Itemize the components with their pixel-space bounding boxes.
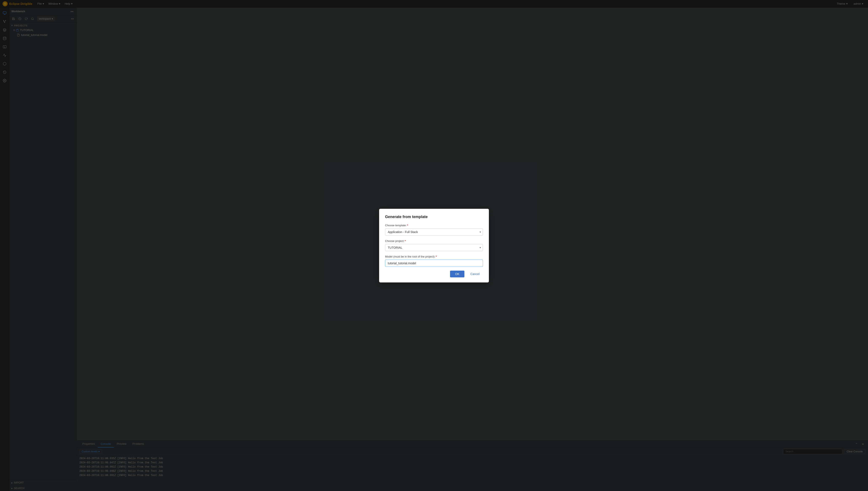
required-indicator: * [405, 239, 406, 243]
model-input[interactable] [385, 260, 483, 267]
template-select[interactable]: Application - Full Stack [385, 228, 483, 236]
template-select-wrapper: Application - Full Stack ▾ [385, 228, 483, 236]
project-label: Choose project: * [385, 239, 483, 243]
required-indicator: * [436, 255, 437, 258]
modal-overlay: Generate from template Choose template: … [0, 0, 868, 491]
required-indicator: * [407, 224, 408, 227]
project-select-wrapper: TUTORIAL ▾ [385, 244, 483, 251]
model-label: Model (must be in the root of the projec… [385, 255, 483, 258]
modal-actions: OK Cancel [385, 270, 483, 278]
ok-button[interactable]: OK [450, 270, 464, 278]
project-field: Choose project: * TUTORIAL ▾ [385, 239, 483, 251]
project-select[interactable]: TUTORIAL [385, 244, 483, 251]
template-field: Choose template: * Application - Full St… [385, 224, 483, 236]
generate-from-template-modal: Generate from template Choose template: … [379, 209, 489, 283]
modal-title: Generate from template [385, 215, 483, 219]
cancel-button[interactable]: Cancel [467, 270, 483, 278]
model-field: Model (must be in the root of the projec… [385, 255, 483, 267]
template-label: Choose template: * [385, 224, 483, 227]
